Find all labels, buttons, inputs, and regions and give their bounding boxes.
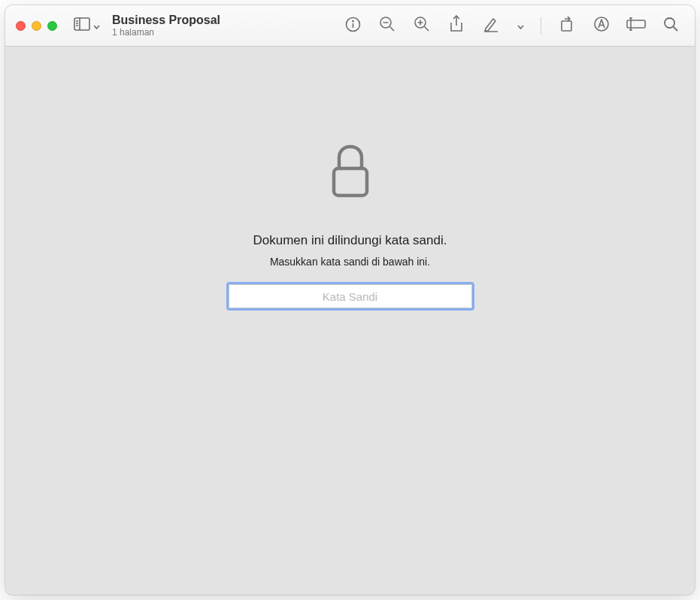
svg-rect-19 xyxy=(627,20,645,28)
highlight-dropdown-button[interactable] xyxy=(517,17,524,35)
inspector-button[interactable] xyxy=(344,17,362,35)
rotate-icon xyxy=(559,16,575,35)
minimize-window-button[interactable] xyxy=(32,21,41,31)
document-title: Business Proposal xyxy=(112,14,220,27)
protected-subheading: Masukkan kata sandi di bawah ini. xyxy=(270,256,430,268)
document-subtitle: 1 halaman xyxy=(112,28,220,38)
svg-line-22 xyxy=(673,26,677,31)
chevron-down-icon xyxy=(93,19,100,32)
highlighter-icon xyxy=(483,16,499,35)
app-window: Business Proposal 1 halaman xyxy=(5,5,695,595)
search-icon xyxy=(663,17,679,35)
window-controls xyxy=(16,21,57,31)
toolbar xyxy=(344,17,684,35)
share-icon xyxy=(449,15,464,36)
zoom-in-icon xyxy=(414,16,430,35)
text-field-icon xyxy=(626,17,646,34)
sidebar-toggle-button[interactable] xyxy=(74,17,100,34)
svg-rect-0 xyxy=(74,18,89,30)
password-prompt: Dokumen ini dilindungi kata sandi. Masuk… xyxy=(192,144,508,308)
document-info: Business Proposal 1 halaman xyxy=(112,14,220,38)
svg-point-21 xyxy=(665,18,674,28)
search-button[interactable] xyxy=(662,17,680,35)
svg-point-6 xyxy=(352,20,353,21)
rotate-button[interactable] xyxy=(558,17,576,35)
protected-heading: Dokumen ini dilindungi kata sandi. xyxy=(253,233,447,248)
svg-rect-16 xyxy=(562,21,571,31)
markup-button[interactable] xyxy=(592,17,611,35)
markup-icon xyxy=(593,16,610,35)
lock-icon xyxy=(331,144,370,202)
zoom-in-button[interactable] xyxy=(413,17,431,35)
fullscreen-window-button[interactable] xyxy=(47,21,57,31)
close-window-button[interactable] xyxy=(16,21,26,31)
chevron-down-icon xyxy=(517,19,524,32)
sidebar-icon xyxy=(74,17,90,34)
svg-line-12 xyxy=(425,27,429,32)
password-input[interactable] xyxy=(229,284,472,308)
svg-rect-23 xyxy=(334,168,367,195)
form-fields-button[interactable] xyxy=(627,17,645,35)
highlight-button[interactable] xyxy=(482,17,500,35)
share-button[interactable] xyxy=(447,17,465,35)
zoom-out-button[interactable] xyxy=(378,17,396,35)
info-icon xyxy=(345,17,361,35)
content-area: Dokumen ini dilindungi kata sandi. Masuk… xyxy=(5,47,695,595)
toolbar-divider xyxy=(541,17,541,34)
svg-line-9 xyxy=(390,27,395,32)
titlebar: Business Proposal 1 halaman xyxy=(5,5,695,47)
zoom-out-icon xyxy=(379,16,395,35)
